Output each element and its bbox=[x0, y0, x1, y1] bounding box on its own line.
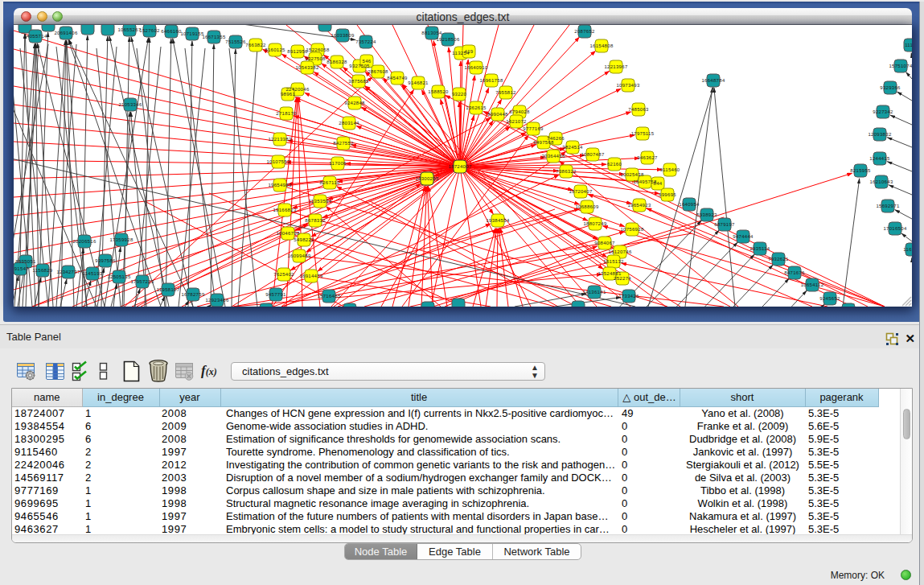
svg-text:8186328: 8186328 bbox=[326, 60, 347, 64]
svg-text:16120746: 16120746 bbox=[608, 249, 631, 254]
svg-text:19166823: 19166823 bbox=[273, 208, 296, 212]
svg-text:14136141: 14136141 bbox=[582, 290, 606, 295]
svg-text:16648784: 16648784 bbox=[701, 78, 725, 83]
svg-text:9474444: 9474444 bbox=[733, 234, 754, 239]
svg-text:2867608: 2867608 bbox=[368, 69, 388, 74]
svg-text:3875685: 3875685 bbox=[348, 79, 369, 84]
svg-text:1156829: 1156829 bbox=[32, 268, 52, 273]
svg-text:9146821: 9146821 bbox=[408, 80, 429, 85]
svg-text:19654983: 19654983 bbox=[268, 183, 291, 187]
svg-text:5498222: 5498222 bbox=[294, 237, 314, 242]
svg-text:12093832: 12093832 bbox=[868, 132, 891, 137]
svg-text:9457791: 9457791 bbox=[265, 292, 286, 297]
svg-text:1145193: 1145193 bbox=[82, 271, 102, 276]
svg-text:21053346: 21053346 bbox=[118, 102, 142, 107]
svg-text:7515526: 7515526 bbox=[225, 39, 246, 44]
svg-text:15720407: 15720407 bbox=[569, 189, 592, 194]
svg-text:7357224: 7357224 bbox=[355, 39, 376, 44]
svg-text:14055714: 14055714 bbox=[23, 34, 47, 39]
svg-text:9227342: 9227342 bbox=[873, 109, 893, 114]
svg-text:9115460: 9115460 bbox=[659, 167, 680, 172]
svg-text:7625402: 7625402 bbox=[273, 272, 294, 277]
svg-text:15692971: 15692971 bbox=[876, 204, 899, 208]
svg-text:2803144: 2803144 bbox=[339, 121, 359, 126]
svg-text:1527602: 1527602 bbox=[139, 28, 160, 33]
svg-text:9463627: 9463627 bbox=[637, 155, 658, 160]
svg-text:6466160: 6466160 bbox=[161, 29, 182, 34]
svg-text:12213383: 12213383 bbox=[268, 137, 291, 142]
svg-text:19384554: 19384554 bbox=[486, 218, 509, 223]
svg-text:9329366: 9329366 bbox=[880, 85, 901, 90]
svg-text:1244415: 1244415 bbox=[869, 156, 890, 161]
svg-text:8427552: 8427552 bbox=[333, 141, 354, 146]
svg-text:7663822: 7663822 bbox=[245, 43, 266, 47]
svg-text:10688609: 10688609 bbox=[575, 204, 598, 209]
svg-text:9777169: 9777169 bbox=[523, 126, 544, 131]
svg-text:7932621: 7932621 bbox=[768, 257, 789, 262]
svg-text:16782759: 16782759 bbox=[181, 292, 204, 297]
svg-text:8678332: 8678332 bbox=[305, 218, 326, 223]
svg-text:10756928: 10756928 bbox=[620, 227, 643, 232]
svg-text:8471676: 8471676 bbox=[784, 270, 805, 275]
svg-text:8267110: 8267110 bbox=[319, 180, 339, 185]
svg-text:8215955: 8215955 bbox=[850, 168, 871, 173]
svg-text:1615132: 1615132 bbox=[603, 259, 624, 264]
svg-text:20206516: 20206516 bbox=[72, 239, 96, 244]
svg-text:9327508: 9327508 bbox=[305, 56, 326, 61]
svg-text:9245652: 9245652 bbox=[819, 296, 840, 301]
svg-text:6794028: 6794028 bbox=[509, 109, 530, 114]
svg-text:10543382: 10543382 bbox=[295, 65, 318, 70]
svg-text:20364436: 20364436 bbox=[541, 154, 565, 159]
svg-text:10973493: 10973493 bbox=[616, 83, 639, 88]
svg-text:2087652: 2087652 bbox=[574, 29, 595, 34]
svg-text:10654112: 10654112 bbox=[801, 282, 824, 287]
svg-text:18300295: 18300295 bbox=[415, 176, 438, 181]
svg-text:391547: 391547 bbox=[14, 266, 29, 271]
svg-text:17016504: 17016504 bbox=[883, 226, 906, 231]
svg-text:16961758: 16961758 bbox=[479, 78, 503, 83]
svg-text:98961: 98961 bbox=[281, 92, 296, 97]
svg-text:1362615: 1362615 bbox=[466, 105, 487, 110]
svg-text:252274: 252274 bbox=[614, 276, 631, 281]
svg-text:12342737: 12342737 bbox=[56, 270, 80, 274]
svg-text:93220: 93220 bbox=[452, 92, 467, 97]
svg-text:16099489: 16099489 bbox=[287, 253, 310, 258]
svg-text:10719155: 10719155 bbox=[180, 31, 203, 36]
svg-text:3824514: 3824514 bbox=[562, 145, 583, 150]
svg-text:62160: 62160 bbox=[607, 162, 622, 167]
svg-text:16210643: 16210643 bbox=[869, 179, 893, 184]
svg-text:10025438: 10025438 bbox=[620, 172, 643, 177]
svg-text:12213967: 12213967 bbox=[604, 64, 627, 69]
svg-text:19654923: 19654923 bbox=[627, 203, 651, 208]
svg-text:16154808: 16154808 bbox=[589, 43, 613, 48]
svg-text:18807249: 18807249 bbox=[583, 221, 606, 226]
svg-text:17957223: 17957223 bbox=[130, 279, 154, 284]
svg-text:10655267: 10655267 bbox=[117, 27, 141, 32]
svg-text:17359928: 17359928 bbox=[109, 237, 133, 242]
svg-text:2718170: 2718170 bbox=[276, 111, 297, 116]
svg-text:8990448: 8990448 bbox=[487, 112, 508, 117]
svg-text:9242848: 9242848 bbox=[344, 101, 365, 105]
svg-text:7485063: 7485063 bbox=[628, 107, 649, 112]
svg-text:12505135: 12505135 bbox=[107, 274, 130, 279]
svg-text:16033809: 16033809 bbox=[331, 33, 354, 38]
svg-text:1588520: 1588520 bbox=[428, 89, 449, 94]
svg-text:117006: 117006 bbox=[329, 161, 347, 166]
svg-text:746266: 746266 bbox=[547, 136, 565, 141]
svg-text:20691406: 20691406 bbox=[54, 31, 77, 35]
svg-text:844: 844 bbox=[654, 181, 663, 186]
svg-text:5938923: 5938923 bbox=[696, 212, 717, 217]
svg-text:1112: 1112 bbox=[905, 43, 912, 47]
svg-text:8912956: 8912956 bbox=[287, 49, 308, 54]
svg-text:12923466: 12923466 bbox=[205, 298, 228, 303]
svg-text:7955812: 7955812 bbox=[495, 90, 516, 95]
svg-text:10046798: 10046798 bbox=[276, 231, 299, 236]
svg-text:8535051: 8535051 bbox=[15, 259, 36, 264]
svg-text:15716485: 15716485 bbox=[317, 294, 340, 299]
svg-text:8454749: 8454749 bbox=[387, 76, 408, 80]
svg-text:6879197: 6879197 bbox=[714, 222, 735, 227]
svg-text:10807487: 10807487 bbox=[581, 152, 604, 157]
svg-text:1621072: 1621072 bbox=[506, 119, 527, 124]
svg-text:8813054: 8813054 bbox=[421, 31, 442, 35]
svg-text:16640910: 16640910 bbox=[464, 65, 487, 70]
